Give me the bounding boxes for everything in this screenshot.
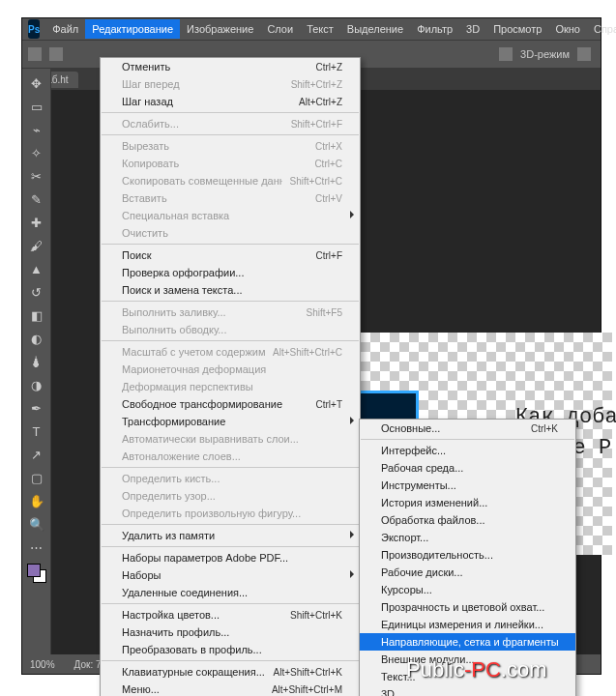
type-tool-icon[interactable]: T bbox=[26, 420, 47, 442]
edit-menu-item-label: Трансформирование bbox=[122, 416, 342, 427]
hand-tool-icon[interactable]: ✋ bbox=[26, 490, 47, 511]
shape-tool-icon[interactable]: ▢ bbox=[26, 467, 47, 488]
menu-просмотр[interactable]: Просмотр bbox=[486, 19, 548, 39]
marquee-tool-icon[interactable]: ▭ bbox=[26, 96, 47, 117]
menu-текст[interactable]: Текст bbox=[300, 19, 340, 39]
edit-menu-item-38[interactable]: Настройка цветов...Shift+Ctrl+K bbox=[101, 606, 360, 624]
prefs-menu-item-9[interactable]: Рабочие диски... bbox=[360, 564, 575, 581]
prefs-menu-item-4[interactable]: Инструменты... bbox=[360, 477, 575, 494]
eraser-tool-icon[interactable]: ◧ bbox=[26, 304, 47, 326]
edit-menu-item-0[interactable]: ОтменитьCtrl+Z bbox=[101, 58, 360, 75]
edit-menu-item-label: Выполнить заливку... bbox=[122, 306, 298, 318]
prefs-menu-item-13[interactable]: Направляющие, сетка и фрагменты... bbox=[360, 633, 575, 651]
edit-menu-item-35[interactable]: Наборы bbox=[101, 566, 360, 584]
blur-tool-icon[interactable]: 🌢 bbox=[26, 351, 47, 372]
edit-menu-item-shortcut: Shift+Ctrl+F bbox=[291, 119, 342, 130]
edit-menu-item-label: Наборы параметров Adobe PDF... bbox=[122, 552, 342, 564]
edit-menu-item-22: Деформация перспективы bbox=[101, 378, 360, 395]
crop-tool-icon[interactable]: ✂ bbox=[26, 165, 47, 187]
edit-menu-item-4: Ослабить...Shift+Ctrl+F bbox=[101, 115, 360, 132]
prefs-menu-item-11[interactable]: Прозрачность и цветовой охват... bbox=[360, 598, 575, 616]
edit-menu-item-shortcut: Shift+Ctrl+K bbox=[290, 610, 342, 621]
prefs-menu-item-10[interactable]: Курсоры... bbox=[360, 581, 575, 598]
edit-menu-item-15[interactable]: Поиск и замена текста... bbox=[101, 281, 360, 299]
prefs-menu-item-12[interactable]: Единицы измерения и линейки... bbox=[360, 616, 575, 633]
edit-menu-item-36[interactable]: Удаленные соединения... bbox=[101, 584, 360, 601]
menu-слои[interactable]: Слои bbox=[260, 19, 300, 39]
stamp-tool-icon[interactable]: ▲ bbox=[26, 258, 47, 279]
edit-menu-item-23[interactable]: Свободное трансформированиеCtrl+T bbox=[101, 395, 360, 413]
prefs-menu-item-8[interactable]: Производительность... bbox=[360, 546, 575, 564]
menu-фильтр[interactable]: Фильтр bbox=[410, 19, 459, 39]
prefs-menu-item-16[interactable]: 3D... bbox=[360, 685, 575, 696]
menu-файл[interactable]: Файл bbox=[45, 19, 85, 39]
prefs-menu-item-7[interactable]: Экспорт... bbox=[360, 529, 575, 546]
prefs-menu-separator bbox=[361, 439, 574, 440]
menu-изображение[interactable]: Изображение bbox=[180, 19, 260, 39]
gradient-tool-icon[interactable]: ◐ bbox=[26, 328, 47, 349]
submenu-arrow-icon bbox=[350, 211, 354, 218]
edit-menu-separator bbox=[102, 467, 359, 468]
prefs-menu-item-15[interactable]: Текст... bbox=[360, 668, 575, 685]
edit-menu-item-label: Масштаб с учетом содержимого bbox=[122, 346, 265, 358]
edit-menu-item-40[interactable]: Преобразовать в профиль... bbox=[101, 641, 360, 658]
magic-wand-tool-icon[interactable]: ✧ bbox=[26, 142, 47, 163]
lasso-tool-icon[interactable]: ⌁ bbox=[26, 119, 47, 140]
path-tool-icon[interactable]: ↗ bbox=[26, 444, 47, 465]
move-tool-icon[interactable]: ✥ bbox=[26, 72, 47, 94]
edit-menu-item-label: Наборы bbox=[122, 569, 342, 581]
edit-menu-item-43[interactable]: Меню...Alt+Shift+Ctrl+M bbox=[101, 681, 360, 696]
menu-окно[interactable]: Окно bbox=[548, 19, 587, 39]
prefs-menu-item-14[interactable]: Внешние модули... bbox=[360, 651, 575, 668]
edit-menu-item-39[interactable]: Назначить профиль... bbox=[101, 624, 360, 641]
menu-выделение[interactable]: Выделение bbox=[340, 19, 410, 39]
edit-menu-separator bbox=[102, 546, 359, 547]
edit-menu-item-label: Специальная вставка bbox=[122, 210, 342, 221]
healing-tool-icon[interactable]: ✚ bbox=[26, 212, 47, 233]
edit-menu-item-13[interactable]: ПоискCtrl+F bbox=[101, 246, 360, 264]
pen-tool-icon[interactable]: ✒ bbox=[26, 397, 47, 419]
prefs-menu-item-label: Единицы измерения и линейки... bbox=[381, 619, 558, 630]
edit-menu-item-shortcut: Ctrl+V bbox=[315, 193, 342, 204]
brush-tool-icon[interactable]: 🖌 bbox=[26, 235, 47, 256]
edit-toolbar-icon[interactable]: ⋯ bbox=[26, 536, 47, 558]
history-brush-tool-icon[interactable]: ↺ bbox=[26, 281, 47, 303]
submenu-arrow-icon bbox=[350, 531, 354, 538]
menu-справка[interactable]: Справка bbox=[587, 19, 616, 39]
edit-menu-item-24[interactable]: Трансформирование bbox=[101, 413, 360, 430]
edit-menu-item-10: Специальная вставка bbox=[101, 207, 360, 224]
edit-menu-item-label: Очистить bbox=[122, 227, 342, 239]
edit-menu-item-28: Определить кисть... bbox=[101, 470, 360, 487]
edit-menu-item-32[interactable]: Удалить из памяти bbox=[101, 527, 360, 544]
dodge-tool-icon[interactable]: ◑ bbox=[26, 374, 47, 395]
edit-menu-item-label: Ослабить... bbox=[122, 118, 283, 130]
edit-menu-item-2[interactable]: Шаг назадAlt+Ctrl+Z bbox=[101, 93, 360, 110]
prefs-menu-item-label: Основные... bbox=[381, 422, 523, 434]
edit-menu-item-label: Копировать bbox=[122, 158, 307, 169]
prefs-menu-item-5[interactable]: История изменений... bbox=[360, 494, 575, 511]
edit-menu-item-shortcut: Ctrl+T bbox=[316, 399, 343, 410]
prefs-menu-item-label: Рабочая среда... bbox=[381, 462, 558, 474]
menu-3d[interactable]: 3D bbox=[459, 19, 486, 39]
color-swatch[interactable] bbox=[27, 564, 46, 583]
edit-menu-item-label: Проверка орфографии... bbox=[122, 267, 342, 278]
edit-menu-item-6: ВырезатьCtrl+X bbox=[101, 137, 360, 155]
edit-menu-item-14[interactable]: Проверка орфографии... bbox=[101, 264, 360, 281]
edit-menu-item-42[interactable]: Клавиатурные сокращения...Alt+Shift+Ctrl… bbox=[101, 663, 360, 681]
prefs-menu-item-3[interactable]: Рабочая среда... bbox=[360, 459, 575, 477]
edit-menu-item-label: Вставить bbox=[122, 192, 308, 204]
prefs-menu-item-6[interactable]: Обработка файлов... bbox=[360, 511, 575, 529]
prefs-menu-item-label: Курсоры... bbox=[381, 584, 558, 595]
edit-menu-item-20: Масштаб с учетом содержимогоAlt+Shift+Ct… bbox=[101, 343, 360, 361]
edit-menu-separator bbox=[102, 301, 359, 302]
prefs-menu-item-label: Обработка файлов... bbox=[381, 514, 558, 526]
zoom-level[interactable]: 100% bbox=[30, 659, 55, 670]
zoom-tool-icon[interactable]: 🔍 bbox=[26, 513, 47, 535]
prefs-menu-item-0[interactable]: Основные...Ctrl+K bbox=[360, 420, 575, 437]
eyedropper-tool-icon[interactable]: ✎ bbox=[26, 188, 47, 210]
prefs-menu-item-2[interactable]: Интерфейс... bbox=[360, 442, 575, 459]
edit-menu-item-34[interactable]: Наборы параметров Adobe PDF... bbox=[101, 549, 360, 566]
menu-редактирование[interactable]: Редактирование bbox=[85, 19, 180, 39]
edit-menu-separator bbox=[102, 660, 359, 661]
menubar: Ps ФайлРедактированиеИзображениеСлоиТекс… bbox=[22, 18, 601, 40]
